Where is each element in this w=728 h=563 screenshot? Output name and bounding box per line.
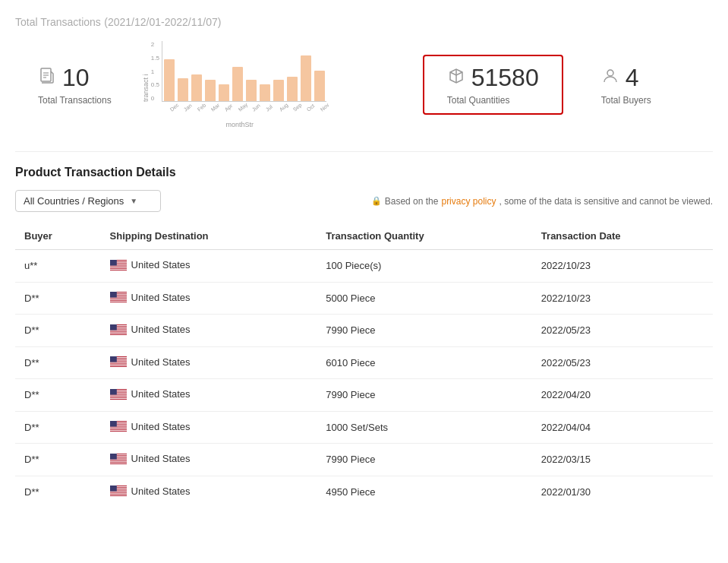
svg-rect-60: [110, 454, 117, 460]
table-row: D** United States 7990 Piece 2022/03/15: [15, 444, 713, 476]
flag-container: United States: [110, 324, 191, 335]
transactions-table: Buyer Shipping Destination Transaction Q…: [15, 223, 713, 508]
svg-rect-41: [110, 394, 127, 395]
flag-container: United States: [110, 259, 191, 270]
svg-rect-52: [110, 421, 117, 427]
cell-quantity: 7990 Piece: [317, 379, 532, 412]
cell-date: 2022/04/04: [532, 411, 713, 444]
flag-container: United States: [110, 486, 191, 497]
cell-date: 2022/03/15: [532, 444, 713, 476]
bar-jan: [178, 78, 188, 101]
box-icon: [447, 67, 465, 90]
privacy-text-after: , some of the data is sensitive and cann…: [499, 196, 713, 207]
svg-rect-68: [110, 486, 117, 492]
table-row: u** United States 100 Piece(s) 2022/10/2…: [15, 250, 713, 283]
bar-mar: [205, 80, 216, 101]
svg-rect-20: [110, 292, 117, 298]
bar-dec: [164, 59, 175, 101]
cell-buyer: D**: [15, 411, 101, 444]
svg-rect-18: [110, 299, 127, 300]
flag-container: United States: [110, 388, 191, 400]
cell-date: 2022/10/23: [532, 282, 713, 315]
svg-rect-59: [110, 462, 127, 463]
cell-destination: United States: [101, 282, 317, 315]
cell-quantity: 7990 Piece: [317, 444, 532, 476]
destination-text: United States: [131, 421, 191, 432]
svg-rect-17: [110, 298, 127, 299]
cell-buyer: D**: [15, 315, 101, 347]
destination-text: United States: [131, 388, 191, 400]
country-filter-dropdown[interactable]: All Countries / Regions ▼: [15, 190, 161, 212]
stats-row: 10 Total Transactions transact i 2 1.5 1…: [15, 41, 713, 128]
bar-jul: [260, 84, 270, 101]
product-details-title: Product Transaction Details: [15, 166, 713, 179]
bar-jun: [246, 80, 257, 101]
svg-rect-51: [110, 430, 127, 431]
table-row: D** United States 7990 Piece 2022/04/20: [15, 379, 713, 412]
transactions-label: Total Transactions: [38, 95, 112, 106]
svg-rect-34: [110, 364, 127, 365]
svg-rect-26: [110, 331, 127, 332]
chevron-down-icon: ▼: [130, 197, 137, 205]
svg-rect-43: [110, 397, 127, 398]
svg-rect-58: [110, 460, 127, 461]
cell-destination: United States: [101, 411, 317, 444]
cell-date: 2022/05/23: [532, 315, 713, 347]
total-transactions-number: 10: [38, 64, 90, 92]
svg-rect-12: [110, 260, 117, 266]
dropdown-label: All Countries / Regions: [24, 195, 124, 207]
flag-container: United States: [110, 453, 191, 464]
table-row: D** United States 7990 Piece 2022/05/23: [15, 315, 713, 347]
table-row: D** United States 5000 Piece 2022/10/23: [15, 282, 713, 315]
buyers-value: 4: [626, 64, 639, 92]
svg-rect-33: [110, 362, 127, 363]
x-labels: Dec Jan Feb Mar Apr May Jun Jul Aug Sep …: [151, 102, 329, 110]
cell-buyer: D**: [15, 444, 101, 476]
cell-buyer: D**: [15, 282, 101, 315]
cell-quantity: 6010 Piece: [317, 346, 532, 379]
total-buyers-number: 4: [601, 64, 639, 92]
bar-sep: [287, 77, 298, 101]
filter-row: All Countries / Regions ▼ 🔒 Based on the…: [15, 190, 713, 212]
lock-icon: 🔒: [371, 196, 382, 206]
svg-rect-19: [110, 301, 127, 302]
svg-rect-25: [110, 330, 127, 331]
svg-rect-36: [110, 356, 117, 362]
destination-text: United States: [131, 259, 191, 270]
bar-aug: [273, 80, 284, 101]
bar-apr: [219, 84, 229, 101]
svg-rect-9: [110, 265, 127, 266]
privacy-policy-link[interactable]: privacy policy: [441, 196, 496, 207]
table-row: D** United States 4950 Piece 2022/01/30: [15, 476, 713, 508]
document-icon: [38, 67, 56, 90]
date-range: (2021/12/01-2022/11/07): [104, 16, 221, 28]
bar-nov: [314, 71, 325, 101]
cell-buyer: u**: [15, 250, 101, 283]
cell-quantity: 100 Piece(s): [317, 250, 532, 283]
flag-container: United States: [110, 356, 191, 368]
cell-quantity: 5000 Piece: [317, 282, 532, 315]
col-buyer: Buyer: [15, 223, 101, 250]
svg-rect-35: [110, 365, 127, 366]
quantities-value: 51580: [471, 64, 539, 92]
table-row: D** United States 1000 Set/Sets 2022/04/…: [15, 411, 713, 444]
col-shipping: Shipping Destination: [101, 223, 317, 250]
product-details-section: Product Transaction Details All Countrie…: [15, 166, 713, 508]
svg-rect-10: [110, 267, 127, 267]
cell-destination: United States: [101, 346, 317, 379]
destination-text: United States: [131, 324, 191, 335]
cell-destination: United States: [101, 250, 317, 283]
cell-destination: United States: [101, 379, 317, 412]
svg-point-4: [607, 70, 613, 76]
cell-date: 2022/01/30: [532, 476, 713, 508]
destination-text: United States: [131, 292, 191, 303]
cell-destination: United States: [101, 476, 317, 508]
flag-container: United States: [110, 292, 191, 303]
bar-may: [232, 67, 243, 101]
svg-rect-66: [110, 493, 127, 494]
buyers-label: Total Buyers: [601, 95, 651, 106]
cell-quantity: 7990 Piece: [317, 315, 532, 347]
cell-date: 2022/10/23: [532, 250, 713, 283]
bars-container: [162, 41, 326, 102]
section-title-text: Total Transactions: [15, 16, 101, 28]
